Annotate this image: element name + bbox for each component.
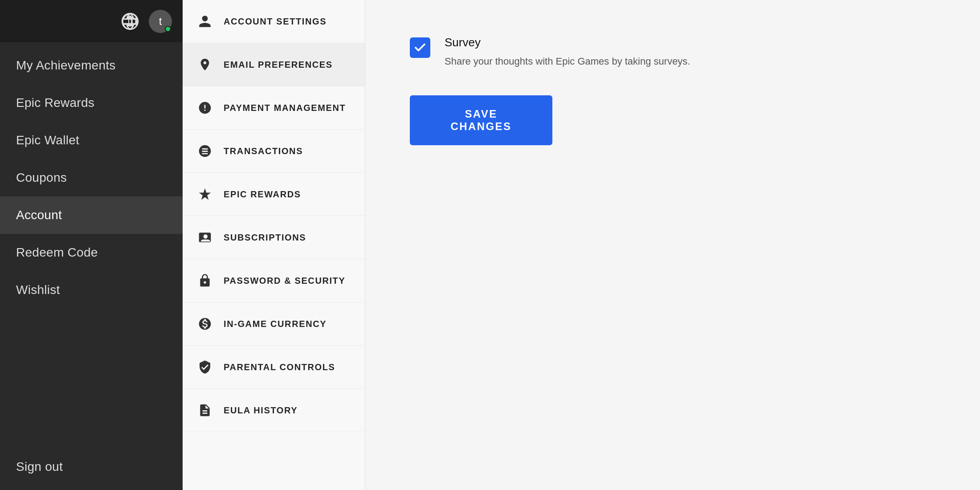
password-security-icon	[197, 273, 213, 289]
settings-nav-epic-rewards-label: EPIC REWARDS	[224, 189, 301, 200]
sidebar-item-wishlist[interactable]: Wishlist	[0, 271, 183, 309]
survey-text: Survey Share your thoughts with Epic Gam…	[445, 36, 690, 69]
payment-management-icon	[197, 100, 213, 116]
survey-title: Survey	[445, 36, 690, 49]
epic-rewards-icon	[197, 186, 213, 202]
settings-nav-password-security[interactable]: PASSWORD & SECURITY	[183, 259, 365, 302]
subscriptions-icon	[197, 229, 213, 245]
settings-nav-in-game-currency[interactable]: IN-GAME CURRENCY	[183, 302, 365, 346]
settings-nav-transactions[interactable]: TRANSACTIONS	[183, 130, 365, 173]
settings-nav-subscriptions[interactable]: SUBSCRIPTIONS	[183, 216, 365, 259]
main-content: Survey Share your thoughts with Epic Gam…	[365, 0, 980, 490]
in-game-currency-icon	[197, 316, 213, 332]
settings-nav-eula-history[interactable]: EULA HISTORY	[183, 389, 365, 432]
settings-nav-email-preferences-label: EMAIL PREFERENCES	[224, 60, 333, 70]
settings-nav-parental-controls[interactable]: PARENTAL CONTROLS	[183, 346, 365, 389]
settings-nav-epic-rewards[interactable]: EPIC REWARDS	[183, 173, 365, 216]
eula-history-icon	[197, 402, 213, 418]
avatar[interactable]: t	[149, 10, 172, 33]
sidebar-item-coupons[interactable]: Coupons	[0, 159, 183, 196]
settings-nav-payment-management-label: PAYMENT MANAGEMENT	[224, 103, 346, 113]
settings-nav-account-settings-label: ACCOUNT SETTINGS	[224, 16, 327, 27]
settings-nav-email-preferences[interactable]: EMAIL PREFERENCES	[183, 43, 365, 86]
settings-nav-account-settings[interactable]: ACCOUNT SETTINGS	[183, 0, 365, 43]
transactions-icon	[197, 143, 213, 159]
settings-nav: ACCOUNT SETTINGS EMAIL PREFERENCES PAYME…	[183, 0, 365, 490]
sidebar: t My Achievements Epic Rewards Epic Wall…	[0, 0, 183, 490]
sidebar-item-account[interactable]: Account	[0, 196, 183, 234]
sidebar-bottom: Sign out	[0, 448, 183, 490]
sidebar-header: t	[0, 0, 183, 42]
sidebar-item-epic-wallet[interactable]: Epic Wallet	[0, 122, 183, 159]
sidebar-nav: My Achievements Epic Rewards Epic Wallet…	[0, 42, 183, 448]
settings-nav-subscriptions-label: SUBSCRIPTIONS	[224, 233, 306, 243]
account-settings-icon	[197, 13, 213, 29]
email-preferences-icon	[197, 57, 213, 73]
settings-nav-transactions-label: TRANSACTIONS	[224, 146, 303, 156]
settings-nav-parental-controls-label: PARENTAL CONTROLS	[224, 362, 335, 372]
sidebar-item-my-achievements[interactable]: My Achievements	[0, 47, 183, 84]
settings-nav-eula-history-label: EULA HISTORY	[224, 405, 298, 416]
survey-description: Share your thoughts with Epic Games by t…	[445, 54, 690, 69]
settings-nav-in-game-currency-label: IN-GAME CURRENCY	[224, 319, 327, 329]
sidebar-item-epic-rewards[interactable]: Epic Rewards	[0, 84, 183, 122]
settings-nav-password-security-label: PASSWORD & SECURITY	[224, 276, 345, 286]
sign-out-button[interactable]: Sign out	[0, 448, 183, 486]
parental-controls-icon	[197, 359, 213, 375]
survey-row: Survey Share your thoughts with Epic Gam…	[410, 36, 935, 69]
sidebar-item-redeem-code[interactable]: Redeem Code	[0, 234, 183, 271]
globe-icon[interactable]	[118, 10, 142, 33]
settings-nav-payment-management[interactable]: PAYMENT MANAGEMENT	[183, 86, 365, 130]
survey-checkbox[interactable]	[410, 37, 430, 58]
save-changes-button[interactable]: SAVE CHANGES	[410, 95, 552, 145]
online-dot	[165, 26, 171, 32]
